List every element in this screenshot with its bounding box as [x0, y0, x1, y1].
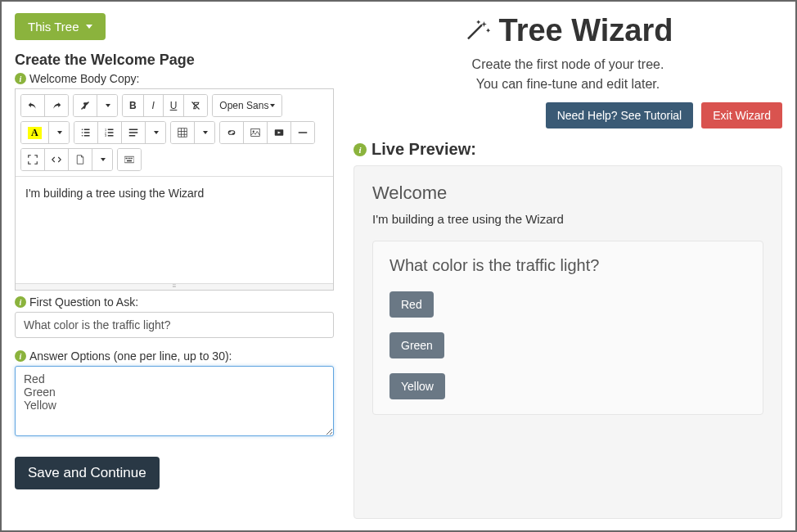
svg-rect-11: [107, 135, 113, 137]
svg-rect-20: [124, 156, 134, 163]
editor-toolbar: B I U Open Sans A: [16, 89, 333, 177]
wand-icon: [463, 17, 491, 45]
preview-welcome-body: I'm building a tree using the Wizard: [372, 212, 763, 226]
svg-rect-7: [107, 129, 113, 131]
font-family-button[interactable]: Open Sans: [213, 95, 281, 116]
svg-point-4: [81, 135, 83, 137]
info-icon: i: [15, 73, 26, 84]
answer-options-input[interactable]: [15, 366, 334, 436]
paragraph-dropdown[interactable]: [146, 122, 165, 143]
unordered-list-button[interactable]: [74, 122, 98, 143]
svg-point-17: [252, 130, 254, 132]
svg-rect-5: [83, 135, 89, 137]
hr-button[interactable]: [291, 122, 314, 143]
answer-button[interactable]: Green: [389, 332, 444, 358]
clear-format-button[interactable]: [74, 95, 97, 116]
info-icon: i: [15, 296, 26, 308]
svg-rect-12: [128, 129, 137, 131]
chevron-down-icon: [86, 25, 92, 29]
svg-rect-24: [131, 158, 133, 160]
svg-rect-19: [298, 132, 307, 133]
italic-button[interactable]: I: [144, 95, 164, 116]
live-preview-heading: i Live Preview:: [353, 140, 782, 159]
answer-options-label-text: Answer Options (one per line, up to 30):: [29, 349, 232, 363]
code-view-button[interactable]: [45, 149, 69, 170]
font-family-label: Open Sans: [219, 100, 268, 111]
ordered-list-button[interactable]: 123: [98, 122, 122, 143]
color-swatch: A: [28, 127, 42, 139]
svg-rect-22: [128, 158, 129, 160]
svg-rect-14: [128, 135, 135, 137]
welcome-body-label: i Welcome Body Copy:: [15, 72, 334, 85]
subtitle-line2: You can fine-tune and edit later.: [353, 74, 782, 94]
first-question-input[interactable]: [15, 312, 334, 338]
preview-panel: Welcome I'm building a tree using the Wi…: [353, 165, 782, 519]
welcome-body-label-text: Welcome Body Copy:: [29, 72, 139, 85]
this-tree-button[interactable]: This Tree: [15, 13, 106, 40]
svg-rect-15: [178, 128, 187, 138]
link-button[interactable]: [220, 122, 244, 143]
svg-rect-9: [107, 132, 113, 133]
svg-rect-23: [129, 158, 131, 160]
text-color-button[interactable]: A: [21, 122, 49, 143]
svg-rect-21: [126, 158, 128, 160]
info-icon: i: [15, 350, 26, 362]
redo-button[interactable]: [45, 95, 68, 116]
table-dropdown[interactable]: [195, 122, 214, 143]
save-continue-button[interactable]: Save and Continue: [15, 457, 160, 489]
keyboard-button[interactable]: [118, 149, 141, 170]
rich-text-editor: B I U Open Sans A: [15, 88, 334, 291]
svg-rect-13: [128, 132, 137, 133]
undo-button[interactable]: [21, 95, 45, 116]
table-button[interactable]: [171, 122, 195, 143]
svg-rect-1: [83, 129, 89, 131]
answer-button[interactable]: Yellow: [389, 373, 445, 399]
svg-point-2: [81, 132, 83, 133]
editor-body[interactable]: I'm building a tree using the Wizard: [16, 177, 333, 283]
section-title: Create the Welcome Page: [15, 52, 334, 69]
answer-button[interactable]: Red: [389, 291, 434, 318]
first-question-label: i First Question to Ask:: [15, 295, 334, 309]
image-button[interactable]: [244, 122, 268, 143]
paragraph-button[interactable]: [122, 122, 146, 143]
bold-button[interactable]: B: [123, 95, 144, 116]
editor-resize-handle[interactable]: ≡: [16, 283, 333, 290]
svg-text:3: 3: [105, 134, 106, 138]
page-title: Tree Wizard: [463, 13, 673, 48]
live-preview-heading-text: Live Preview:: [371, 140, 476, 159]
file-button[interactable]: [69, 149, 92, 170]
svg-point-0: [81, 129, 83, 131]
help-tutorial-button[interactable]: Need Help? See Tutorial: [546, 102, 694, 128]
fullscreen-button[interactable]: [21, 149, 45, 170]
preview-welcome-title: Welcome: [372, 183, 763, 204]
answer-options-label: i Answer Options (one per line, up to 30…: [15, 349, 334, 363]
page-title-text: Tree Wizard: [499, 13, 673, 48]
svg-rect-25: [127, 160, 132, 162]
video-button[interactable]: [268, 122, 291, 143]
text-color-dropdown[interactable]: [49, 122, 69, 143]
preview-question-panel: What color is the traffic light? Red Gre…: [372, 241, 763, 415]
first-question-label-text: First Question to Ask:: [29, 295, 138, 309]
subtitle: Create the first node of your tree. You …: [353, 55, 782, 94]
exit-wizard-button[interactable]: Exit Wizard: [701, 102, 782, 128]
preview-question-title: What color is the traffic light?: [389, 256, 746, 275]
svg-rect-3: [83, 132, 89, 133]
file-dropdown[interactable]: [92, 149, 112, 170]
strikethrough-button[interactable]: [184, 95, 207, 116]
info-icon: i: [353, 143, 367, 156]
this-tree-label: This Tree: [28, 20, 79, 34]
clear-format-dropdown[interactable]: [97, 95, 117, 116]
underline-button[interactable]: U: [164, 95, 185, 116]
subtitle-line1: Create the first node of your tree.: [353, 55, 782, 74]
